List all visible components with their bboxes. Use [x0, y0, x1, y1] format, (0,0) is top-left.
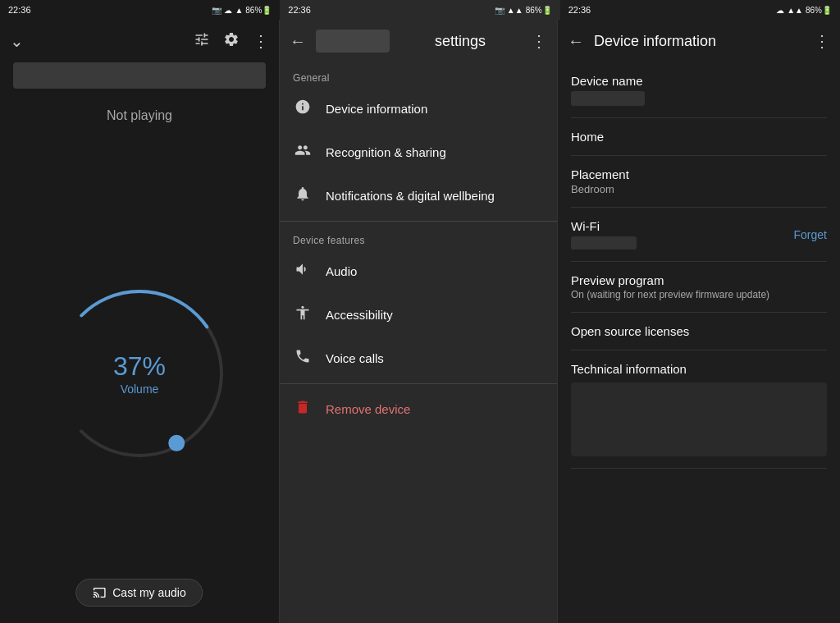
- toolbar-icons: ⋮: [194, 31, 269, 52]
- settings-device-bar: [316, 30, 390, 53]
- device-name-key: Device name: [571, 74, 827, 88]
- preview-program-value: On (waiting for next preview firmware up…: [571, 289, 827, 300]
- cast-audio-label: Cast my audio: [112, 586, 185, 599]
- volume-circle[interactable]: 37% Volume: [41, 275, 238, 472]
- device-name-value-bar: [571, 91, 645, 106]
- info-icon: [293, 98, 313, 119]
- cast-audio-button[interactable]: Cast my audio: [75, 579, 203, 607]
- wifi-row: Wi-Fi Forget: [571, 208, 827, 262]
- back-button[interactable]: ←: [290, 32, 306, 51]
- placement-value: Bedroom: [571, 183, 827, 195]
- accessibility-icon: [293, 305, 313, 325]
- cast-icon: [93, 586, 106, 599]
- technical-info-box: [571, 383, 827, 456]
- recognition-sharing-label: Recognition & sharing: [326, 145, 446, 159]
- forget-button[interactable]: Forget: [794, 228, 827, 241]
- device-info-panel: ← Device information ⋮ Device name Home …: [558, 20, 840, 623]
- divider-1: [280, 221, 557, 222]
- accessibility-item[interactable]: Accessibility: [280, 293, 557, 337]
- device-name-row: Device name: [571, 62, 827, 118]
- divider-2: [280, 383, 557, 384]
- device-information-label: Device information: [326, 102, 427, 116]
- not-playing-text: Not playing: [0, 108, 279, 123]
- open-source-key: Open source licenses: [571, 324, 827, 338]
- volume-label: Volume: [121, 382, 159, 395]
- preview-program-key: Preview program: [571, 273, 827, 287]
- audio-label: Audio: [326, 264, 357, 278]
- wifi-row-header: Wi-Fi Forget: [571, 219, 827, 250]
- remove-device-label: Remove device: [326, 402, 410, 416]
- battery-left: 86%🔋: [245, 6, 272, 15]
- wifi-key: Wi-Fi: [571, 219, 637, 250]
- signal-icon-mid: ▲▲: [507, 6, 523, 15]
- settings-panel: ← settings ⋮ General Device information …: [279, 20, 558, 623]
- battery-right: 86%🔋: [806, 6, 832, 15]
- device-features-label: Device features: [280, 225, 557, 250]
- settings-more-icon[interactable]: ⋮: [531, 31, 547, 51]
- voice-calls-label: Voice calls: [326, 351, 384, 365]
- more-vert-icon[interactable]: ⋮: [253, 31, 269, 51]
- time-mid: 22:36: [288, 5, 311, 15]
- device-info-section: Device name Home Placement Bedroom Wi-Fi: [558, 62, 840, 623]
- wifi-value-bar: [571, 236, 637, 250]
- remove-device-item[interactable]: Remove device: [280, 387, 557, 431]
- status-panel-right: 22:36 ☁ ▲▲ 86%🔋: [560, 0, 840, 20]
- wifi-label: Wi-Fi: [571, 219, 637, 233]
- audio-item[interactable]: Audio: [280, 250, 557, 293]
- device-info-title: Device information: [594, 33, 804, 50]
- general-section-label: General: [280, 62, 557, 87]
- left-toolbar: ⌄ ⋮: [0, 20, 279, 62]
- cloud-icon-right: ☁: [776, 6, 784, 15]
- phone-icon: [293, 348, 313, 369]
- signal-icon-right: ▲▲: [787, 6, 803, 15]
- volume-text: 37% Volume: [113, 350, 166, 396]
- cloud-icon: ☁: [224, 6, 232, 15]
- device-name-bar: [13, 62, 266, 89]
- technical-info-row: Technical information: [571, 350, 827, 469]
- people-icon: [293, 142, 313, 163]
- status-bar: 22:36 📷 ☁ ▲ 86%🔋 22:36 📷 ▲▲ 86%🔋 22:36 ☁…: [0, 0, 840, 20]
- status-icons-left: 📷 ☁ ▲ 86%🔋: [212, 6, 272, 15]
- device-information-item[interactable]: Device information: [280, 87, 557, 131]
- placement-key: Placement: [571, 167, 827, 181]
- home-row: Home: [571, 118, 827, 156]
- open-source-row[interactable]: Open source licenses: [571, 313, 827, 350]
- time-right: 22:36: [568, 5, 591, 15]
- home-key: Home: [571, 130, 827, 144]
- settings-title: settings: [399, 33, 521, 50]
- volume-percent: 37%: [113, 350, 166, 381]
- volume-icon: [293, 261, 313, 282]
- time-left: 22:36: [8, 5, 31, 15]
- status-panel-mid: 22:36 📷 ▲▲ 86%🔋: [280, 0, 559, 20]
- main-content: ⌄ ⋮ Not playing: [0, 20, 840, 623]
- trash-icon: [293, 399, 313, 419]
- volume-circle-container: 37% Volume: [0, 123, 279, 623]
- equalizer-icon[interactable]: [194, 31, 210, 52]
- voice-calls-item[interactable]: Voice calls: [280, 337, 557, 380]
- wifi-icon: ▲: [235, 6, 243, 15]
- chevron-down-icon[interactable]: ⌄: [10, 31, 24, 51]
- settings-icon[interactable]: [223, 31, 240, 52]
- settings-header: ← settings ⋮: [280, 20, 557, 62]
- notifications-label: Notifications & digital wellbeing: [326, 189, 495, 203]
- left-panel: ⌄ ⋮ Not playing: [0, 20, 279, 623]
- recognition-sharing-item[interactable]: Recognition & sharing: [280, 131, 557, 174]
- notifications-item[interactable]: Notifications & digital wellbeing: [280, 174, 557, 218]
- status-icons-right: ☁ ▲▲ 86%🔋: [776, 6, 832, 15]
- bell-icon: [293, 186, 313, 206]
- status-panel-left: 22:36 📷 ☁ ▲ 86%🔋: [0, 0, 280, 20]
- device-info-header: ← Device information ⋮: [558, 20, 840, 62]
- accessibility-label: Accessibility: [326, 308, 393, 322]
- device-info-more-icon[interactable]: ⋮: [814, 31, 830, 51]
- device-info-back-button[interactable]: ←: [568, 32, 584, 51]
- technical-info-key: Technical information: [571, 362, 827, 376]
- placement-row: Placement Bedroom: [571, 156, 827, 208]
- battery-mid: 86%🔋: [526, 6, 552, 15]
- camera-icon: 📷: [212, 6, 221, 15]
- preview-program-row[interactable]: Preview program On (waiting for next pre…: [571, 262, 827, 313]
- camera-icon-mid: 📷: [495, 6, 504, 15]
- status-icons-mid: 📷 ▲▲ 86%🔋: [495, 6, 552, 15]
